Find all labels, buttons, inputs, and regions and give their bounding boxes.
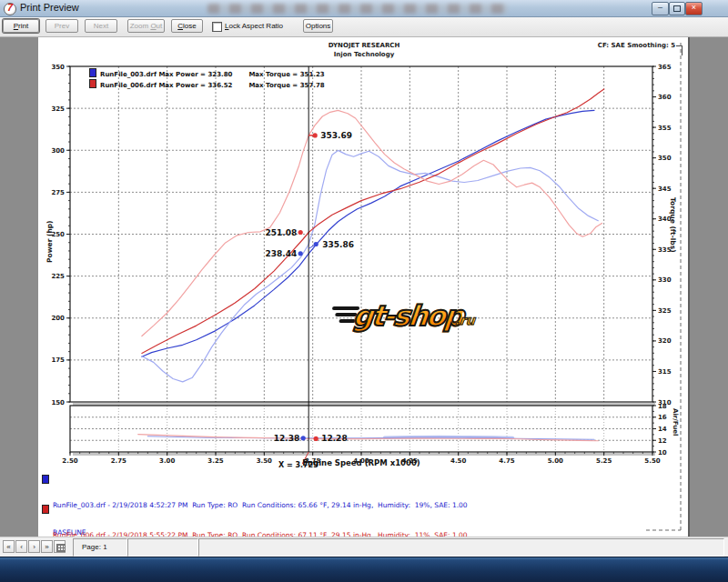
svg-text:275: 275 <box>51 189 65 196</box>
svg-text:5.00: 5.00 <box>548 457 563 465</box>
svg-text:315: 315 <box>658 368 672 376</box>
close-label: lose <box>183 22 197 30</box>
runfile_003-torque-curve <box>142 150 598 382</box>
svg-text:350: 350 <box>51 64 65 71</box>
title-bar[interactable]: 7 Print Preview – × <box>0 0 728 17</box>
grid-icon <box>56 544 66 552</box>
legend-swatch-blue <box>89 68 96 77</box>
svg-text:12.38: 12.38 <box>274 434 299 443</box>
watermark-suffix: .ru <box>454 313 476 327</box>
svg-text:3.00: 3.00 <box>159 457 175 465</box>
legend-row-runfile003: RunFile_003.drf Max Power = 323.80Max To… <box>89 68 325 78</box>
value-markers: 353.69251.08335.86238.4412.3812.28 <box>265 131 353 444</box>
legend-text: RunFile_003.drf Max Power = 323.80 <box>100 71 232 78</box>
svg-text:3.25: 3.25 <box>207 457 223 465</box>
minimize-button[interactable]: – <box>652 2 669 15</box>
svg-text:175: 175 <box>51 356 65 364</box>
first-page-button[interactable]: « <box>3 540 15 553</box>
af-axis-title: Air/Fuel <box>672 408 679 436</box>
svg-text:355: 355 <box>658 125 672 132</box>
status-panel <box>198 538 724 557</box>
toolbar: Print Prev Next Zoom Out Close Lock Aspe… <box>0 17 728 37</box>
last-page-button[interactable]: » <box>41 540 53 553</box>
legend: RunFile_003.drf Max Power = 323.80Max To… <box>89 68 325 89</box>
prev-page-button[interactable]: ‹ <box>15 540 27 553</box>
svg-text:238.44: 238.44 <box>265 249 297 258</box>
legend-text: RunFile_006.drf Max Power = 336.52 <box>100 82 232 89</box>
svg-text:200: 200 <box>51 315 65 322</box>
options-button[interactable]: Options <box>303 19 333 33</box>
status-panel <box>127 538 198 557</box>
window-title: Print Preview <box>20 2 79 13</box>
restore-button[interactable] <box>669 2 685 15</box>
next-page-button[interactable]: › <box>28 540 40 553</box>
app-icon: 7 <box>4 3 16 15</box>
svg-text:5.50: 5.50 <box>644 457 660 465</box>
zoom-out-label-pre: Zoom <box>130 22 151 30</box>
next-button[interactable]: Next <box>85 19 117 33</box>
restore-icon <box>673 5 681 12</box>
svg-text:300: 300 <box>51 147 65 155</box>
close-preview-button[interactable]: Close <box>171 19 203 33</box>
svg-text:14: 14 <box>658 426 667 433</box>
lock-label-rest: ock Aspect Ratio <box>228 22 283 30</box>
legend-row-runfile006: RunFile_006.drf Max Power = 336.52Max To… <box>89 79 325 89</box>
svg-text:5.25: 5.25 <box>596 457 612 465</box>
close-window-button[interactable]: × <box>685 2 703 15</box>
preview-area: DYNOJET RESEARCH Injon Technology CF: SA… <box>0 37 728 537</box>
power-axis-title: Power (hp) <box>46 220 54 263</box>
prev-button[interactable]: Prev <box>46 19 78 33</box>
svg-text:345: 345 <box>658 186 672 193</box>
svg-text:150: 150 <box>51 399 65 406</box>
print-button[interactable]: Print <box>3 19 39 33</box>
svg-text:3.50: 3.50 <box>257 457 272 465</box>
svg-text:4.75: 4.75 <box>499 457 514 465</box>
svg-text:2.75: 2.75 <box>111 457 126 465</box>
svg-text:18: 18 <box>658 403 667 410</box>
legend-swatch-red <box>89 79 96 88</box>
redacted-title-text <box>207 4 508 14</box>
status-bar: « ‹ › » Page: 1 <box>0 537 728 557</box>
legend-torque: Max Torque = 357.78 <box>248 82 324 89</box>
lock-aspect-label: Lock Aspect Ratio <box>225 22 283 30</box>
run-swatch-blue <box>42 475 49 484</box>
svg-text:225: 225 <box>51 273 65 280</box>
run-swatch-red <box>42 505 49 514</box>
legend-torque: Max Torque = 351.23 <box>248 71 324 78</box>
svg-text:335.86: 335.86 <box>322 240 354 249</box>
cursor-x-readout: X = 3.729 <box>278 461 318 467</box>
goto-page-button[interactable] <box>54 540 66 553</box>
svg-text:325: 325 <box>658 307 672 315</box>
svg-text:365: 365 <box>658 64 672 71</box>
zoom-out-label-rest: ut <box>157 22 163 30</box>
svg-text:353.69: 353.69 <box>320 131 352 140</box>
svg-text:16: 16 <box>658 414 667 421</box>
svg-text:4.50: 4.50 <box>450 457 466 465</box>
svg-text:330: 330 <box>658 276 672 284</box>
report-page: DYNOJET RESEARCH Injon Technology CF: SA… <box>38 37 688 537</box>
print-preview-window: 7 Print Preview – × Print Prev Next Zoom… <box>0 0 728 582</box>
gridlines <box>70 66 652 452</box>
print-label: rint <box>18 22 28 30</box>
watermark-text: gt-shop <box>351 297 464 334</box>
gt-shop-watermark: gt-shop .ru <box>329 297 489 337</box>
svg-text:360: 360 <box>658 94 672 101</box>
dyno-curves <box>138 89 604 441</box>
lock-aspect-checkbox[interactable] <box>212 22 222 32</box>
svg-text:320: 320 <box>658 337 672 345</box>
svg-text:2.50: 2.50 <box>62 457 77 465</box>
svg-text:12.28: 12.28 <box>321 434 347 443</box>
svg-text:325: 325 <box>51 105 65 113</box>
svg-text:251.08: 251.08 <box>265 228 297 237</box>
svg-text:12: 12 <box>658 437 667 445</box>
svg-text:350: 350 <box>658 155 672 162</box>
svg-text:10: 10 <box>658 449 667 457</box>
zoom-out-button[interactable]: Zoom Out <box>127 19 165 33</box>
taskbar: e 7 ▲ <box>0 557 728 582</box>
page-indicator: Page: 1 <box>82 543 107 551</box>
torque-axis-title: Torque (ft-lbs) <box>669 197 677 253</box>
